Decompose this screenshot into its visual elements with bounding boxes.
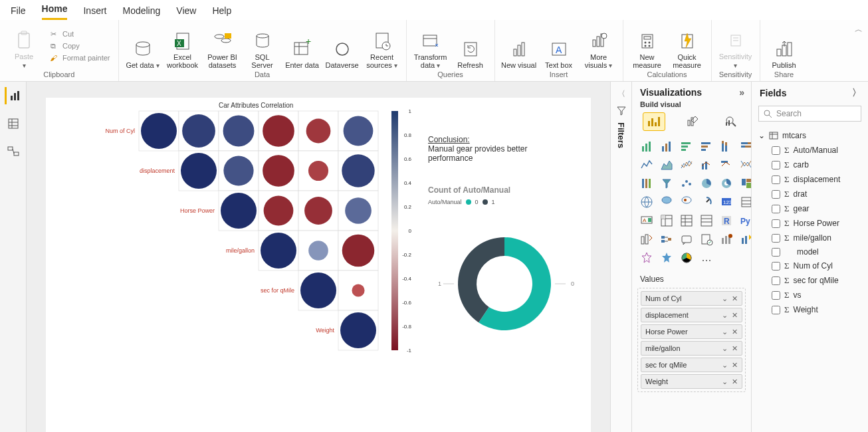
menu-home[interactable]: Home [42, 1, 68, 20]
refresh-button[interactable]: Refresh [452, 23, 489, 69]
field-checkbox[interactable] [772, 291, 780, 300]
field-well-item[interactable]: Weight⌄✕ [641, 374, 742, 389]
chevron-down-icon[interactable]: ⌄ [722, 328, 728, 336]
sql-server-button[interactable]: SQL Server [244, 23, 281, 69]
quick-measure-button[interactable]: Quick measure [669, 23, 706, 69]
more-visuals-button[interactable]: More visuals ▾ [580, 23, 617, 69]
vis-filled-map-icon[interactable] [659, 195, 675, 209]
text-box-button[interactable]: AText box [540, 23, 578, 69]
field-checkbox[interactable] [772, 248, 780, 257]
remove-field-icon[interactable]: ✕ [732, 344, 738, 353]
field-item[interactable]: Σvs [758, 288, 861, 302]
vis-gauge-icon[interactable] [699, 195, 714, 209]
conclusion-text-box[interactable]: Conclusion: Manual gear provides better … [428, 135, 561, 163]
table-mtcars[interactable]: ⌄ mtcars [758, 128, 861, 143]
field-checkbox[interactable] [772, 276, 780, 285]
field-checkbox[interactable] [772, 262, 780, 270]
vis-power-apps-icon[interactable] [639, 251, 655, 265]
vis-qa-icon[interactable] [679, 232, 695, 247]
vis-kpi-icon[interactable]: A [639, 213, 655, 228]
field-item[interactable]: Σsec for qMile [758, 273, 861, 288]
fields-search-input[interactable]: Search [758, 106, 861, 122]
enter-data-button[interactable]: +Enter data [284, 23, 321, 69]
field-well-item[interactable]: Num of Cyl⌄✕ [641, 291, 742, 306]
transform-data-button[interactable]: Transform data ▾ [412, 23, 449, 69]
field-checkbox[interactable] [772, 306, 780, 314]
menu-modeling[interactable]: Modeling [122, 3, 160, 20]
field-item[interactable]: ΣWeight [758, 302, 861, 317]
filters-pane-collapsed[interactable]: 〈 Filters [610, 82, 631, 432]
donut-chart[interactable]: 10 [418, 211, 591, 357]
format-painter-button[interactable]: 🖌Format painter [48, 53, 110, 63]
vis-100-stacked-bar-icon[interactable] [718, 139, 734, 154]
expand-filters-icon[interactable]: 〈 [617, 88, 625, 100]
vis-combo-hbar-line-icon[interactable] [718, 158, 734, 172]
vis-stacked-bar-icon[interactable] [639, 139, 655, 154]
model-view-button[interactable] [5, 143, 22, 160]
pbi-datasets-button[interactable]: Power BI datasets [204, 23, 241, 69]
field-checkbox[interactable] [772, 161, 780, 169]
field-well-item[interactable]: mile/gallon⌄✕ [641, 341, 742, 356]
chevron-down-icon[interactable]: ⌄ [722, 344, 728, 353]
analytics-tab[interactable] [720, 112, 742, 131]
vis-ai-visual-icon[interactable] [679, 251, 695, 265]
field-well-item[interactable]: Horse Power⌄✕ [641, 324, 742, 339]
field-checkbox[interactable] [772, 205, 780, 213]
copy-button[interactable]: ⧉Copy [48, 41, 110, 51]
vis-shape-map-icon[interactable] [679, 195, 695, 209]
vis-clustered-hbar-icon[interactable] [699, 139, 714, 154]
vis-combo-bar-line-icon[interactable] [699, 158, 714, 172]
publish-button[interactable]: Publish [766, 23, 803, 69]
field-item[interactable]: Σgear [758, 201, 861, 216]
remove-field-icon[interactable]: ✕ [732, 311, 738, 320]
chevron-down-icon[interactable]: ⌄ [722, 294, 728, 303]
field-item[interactable]: Σdrat [758, 187, 861, 201]
get-data-button[interactable]: Get data ▾ [124, 23, 162, 69]
vis-r-visual-icon[interactable]: R [718, 213, 734, 228]
menu-insert[interactable]: Insert [83, 3, 106, 20]
paste-button[interactable]: Paste ▾ [5, 23, 43, 69]
report-view-button[interactable] [5, 87, 22, 104]
field-checkbox[interactable] [772, 234, 780, 243]
field-checkbox[interactable] [772, 190, 780, 199]
field-item[interactable]: Σdisplacement [758, 172, 861, 187]
remove-field-icon[interactable]: ✕ [732, 378, 738, 386]
collapse-vis-pane-icon[interactable]: » [739, 87, 744, 98]
new-measure-button[interactable]: New measure [629, 23, 666, 69]
vis-smart-narrative-icon[interactable] [699, 232, 714, 247]
menu-view[interactable]: View [176, 3, 196, 20]
new-visual-button[interactable]: New visual [500, 23, 538, 69]
vis-waterfall-icon[interactable] [639, 176, 655, 191]
vis-key-influencers-icon[interactable] [639, 232, 655, 247]
menu-file[interactable]: File [11, 3, 26, 20]
chevron-down-icon[interactable]: ⌄ [722, 378, 728, 386]
vis-donut-icon[interactable] [718, 176, 734, 191]
field-well-item[interactable]: sec for qMile⌄✕ [641, 358, 742, 372]
vis-area-icon[interactable] [659, 158, 675, 172]
cut-button[interactable]: ✂Cut [48, 29, 110, 39]
vis-clustered-bar-icon[interactable] [659, 139, 675, 154]
sensitivity-button[interactable]: Sensitivity▾ [717, 23, 754, 69]
vis-slicer-icon[interactable] [659, 213, 675, 228]
recent-sources-button[interactable]: Recent sources ▾ [364, 23, 401, 69]
field-item[interactable]: ΣHorse Power [758, 216, 861, 231]
field-checkbox[interactable] [772, 219, 780, 228]
ribbon-collapse-icon[interactable]: ︿ [849, 20, 868, 81]
values-field-well[interactable]: Num of Cyl⌄✕displacement⌄✕Horse Power⌄✕m… [637, 288, 746, 392]
vis-paginated-icon[interactable] [718, 232, 734, 247]
vis-matrix-icon[interactable] [699, 213, 714, 228]
field-item[interactable]: Σcarb [758, 158, 861, 172]
vis-table-icon[interactable] [679, 213, 695, 228]
field-item[interactable]: ΣNum of Cyl [758, 259, 861, 273]
excel-workbook-button[interactable]: XExcel workbook [164, 23, 201, 69]
correlation-chart[interactable]: Num of CyldisplacementHorse Powermile/ga… [72, 107, 418, 379]
report-canvas-wrap[interactable]: Car Attributes Correlation Num of Cyldis… [27, 82, 610, 432]
vis-pie-icon[interactable] [699, 176, 714, 191]
vis-line-icon[interactable] [639, 158, 655, 172]
dataverse-button[interactable]: Dataverse [324, 23, 361, 69]
menu-help[interactable]: Help [212, 3, 231, 20]
field-well-item[interactable]: displacement⌄✕ [641, 308, 742, 322]
vis-more-visuals-icon[interactable] [699, 251, 714, 265]
vis-map-icon[interactable] [639, 195, 655, 209]
remove-field-icon[interactable]: ✕ [732, 294, 738, 303]
